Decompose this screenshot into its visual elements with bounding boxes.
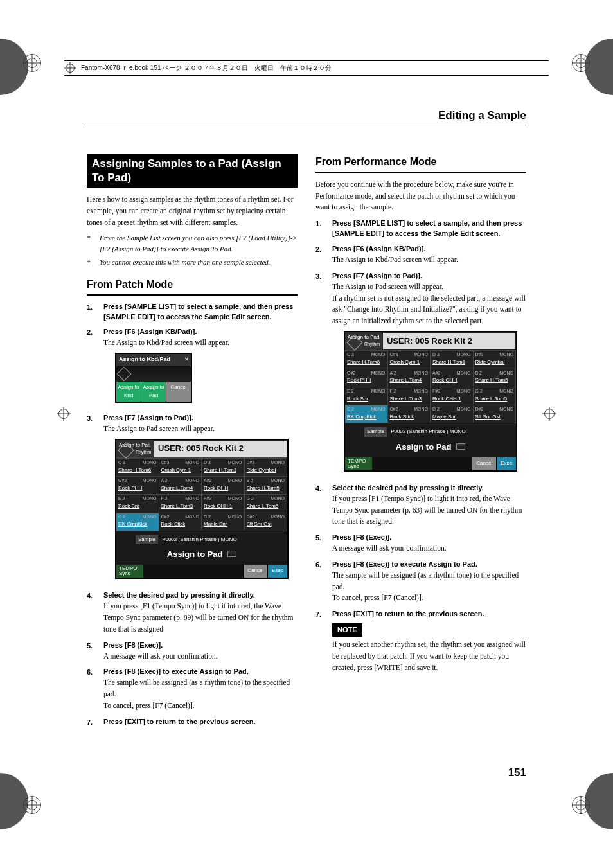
pad-cell: D#3MONO Ride Cymbal <box>474 351 517 369</box>
step-number: 4. <box>315 483 326 527</box>
step-6: 6. Press [F8 (Exec)] to execute Assign t… <box>87 667 298 711</box>
step-head: Press [F7 (Assign to Pad)]. <box>103 413 298 423</box>
nav-diamond-icon <box>117 367 132 382</box>
left-column: Assigning Samples to a Pad (Assign To Pa… <box>87 154 298 778</box>
pad-cell: B 2MONO Share H.Tom5 <box>474 369 517 387</box>
pad-cell: D 3MONO Share H.Tom1 <box>202 459 245 477</box>
step-4: 4. Select the desired pad by pressing it… <box>315 483 526 527</box>
perf-intro: Before you continue with the procedure b… <box>315 179 526 213</box>
step-number: 6. <box>87 667 97 711</box>
registration-mark-tr <box>572 54 590 72</box>
intro-paragraph: Here's how to assign samples as the rhyt… <box>87 194 298 228</box>
step-head: Press [F6 (Assign KB/Pad)]. <box>103 327 298 337</box>
page-content: Editing a Sample Assigning Samples to a … <box>87 103 526 778</box>
pad-cell: D 3MONO Share H.Tom1 <box>431 351 474 369</box>
assign-to-pad-screenshot: Assign to PadRhythm USER: 005 Rock Kit 2… <box>344 331 517 472</box>
step-2: 2. Press [F6 (Assign KB/Pad)]. The Assig… <box>315 244 526 266</box>
step-text: If a rhythm set is not assigned to the s… <box>332 293 526 327</box>
step-6: 6. Press [F8 (Exec)] to execute Assign t… <box>315 560 526 604</box>
step-number: 5. <box>315 533 326 554</box>
step-head: Press [F8 (Exec)] to execute Assign to P… <box>332 560 526 570</box>
step-number: 2. <box>315 244 326 266</box>
step-text: If you press [F1 (Tempo Sync)] to light … <box>332 493 526 527</box>
page-number: 151 <box>508 766 526 779</box>
step-text: The sample will be assigned (as a rhythm… <box>332 570 526 593</box>
step-head: Press [F7 (Assign to Pad)]. <box>332 271 526 281</box>
step-text: The Assign to Pad screen will appear. <box>103 423 298 435</box>
pad-cell: G 2MONO Share L.Tom5 <box>474 387 517 405</box>
step-text: A message will ask your confirmation. <box>103 651 298 662</box>
pad-cell: B 2MONO Share H.Tom5 <box>245 477 288 495</box>
step-7: 7. Press [EXIT] to return to the previou… <box>315 609 526 673</box>
pad-cell: F#2MONO Rock CHH 1 <box>431 387 474 405</box>
step-3: 3. Press [F7 (Assign to Pad)]. The Assig… <box>87 413 298 585</box>
pad-cell: G#2MONO Rock PHH <box>345 369 388 387</box>
perf-steps: 1. Press [SAMPLE LIST] to select a sampl… <box>315 218 526 673</box>
assign-to-pad-button: Assign to Pad <box>141 382 166 402</box>
pad-cell: C 3MONO Share H.Tom6 <box>345 351 388 369</box>
footnote-text: You cannot execute this with more than o… <box>100 257 271 268</box>
step-4: 4. Select the desired pad by pressing it… <box>87 590 298 635</box>
step-head: Press [EXIT] to return to the previous s… <box>103 717 298 727</box>
pad-cell: A#2MONO Rock OHH <box>202 477 245 495</box>
pad-cell: F#2MONO Rock CHH 1 <box>202 495 245 513</box>
cancel-button: Cancel <box>166 382 191 402</box>
step-number: 7. <box>87 717 97 728</box>
pad-cell: C#2MONO Rock Stick <box>388 405 431 423</box>
step-head: Press [F6 (Assign KB/Pad)]. <box>332 244 526 254</box>
patch-steps: 1. Press [SAMPLE LIST] to select a sampl… <box>87 302 298 728</box>
pad-cell: C 2MONO RK CmpKick <box>345 405 388 423</box>
step-head: Press [SAMPLE LIST] to select a sample, … <box>332 218 526 239</box>
book-header-text: Fantom-X678_r_e.book 151 ページ ２００７年３月２０日 … <box>81 64 332 73</box>
step-number: 2. <box>87 327 97 407</box>
step-text: The sample will be assigned (as a rhythm… <box>103 677 298 700</box>
registration-mark-br <box>572 796 590 814</box>
asterisk-icon: * <box>87 233 93 254</box>
note-badge: NOTE <box>332 623 362 637</box>
pad-cell: G#2MONO Rock PHH <box>116 477 159 495</box>
step-text: To cancel, press [F7 (Cancel)]. <box>332 592 526 604</box>
step-1: 1. Press [SAMPLE LIST] to select a sampl… <box>87 302 298 323</box>
step-head: Press [F8 (Exec)]. <box>332 533 526 543</box>
heading-patch-mode: From Patch Mode <box>87 277 298 296</box>
step-3: 3. Press [F7 (Assign to Pad)]. The Assig… <box>315 271 526 478</box>
pad-cell: A 2MONO Share L.Tom4 <box>388 369 431 387</box>
pad-cell: E 2MONO Rock Snr <box>116 495 159 513</box>
step-head: Press [F8 (Exec)]. <box>103 641 298 651</box>
assign-kbd-pad-screenshot: Assign to Kbd/Pad× Assign to Kbd Assign … <box>115 353 192 403</box>
pad-cell: G 2MONO Share L.Tom5 <box>245 495 288 513</box>
step-text: A message will ask your confirmation. <box>332 543 526 554</box>
section-title: Assigning Samples to a Pad (Assign To Pa… <box>87 154 298 188</box>
step-head: Select the desired pad by pressing it di… <box>103 590 298 601</box>
step-1: 1. Press [SAMPLE LIST] to select a sampl… <box>315 218 526 239</box>
pad-cell: C 3MONO Share H.Tom6 <box>116 459 159 477</box>
registration-mark-tl <box>23 54 41 72</box>
screenshot-title: Assign to Kbd/Pad <box>119 355 170 364</box>
pad-cell: F 2MONO Share L.Tom3 <box>388 387 431 405</box>
registration-cross-right <box>542 407 556 421</box>
step-number: 4. <box>87 590 97 635</box>
step-text: To cancel, press [F7 (Cancel)]. <box>103 700 298 712</box>
page-heading: Editing a Sample <box>87 109 526 125</box>
step-number: 3. <box>87 413 97 585</box>
asterisk-icon: * <box>87 257 93 268</box>
assign-to-pad-screenshot: Assign to PadRhythm USER: 005 Rock Kit 2… <box>115 439 289 580</box>
pad-cell: D#3MONO Ride Cymbal <box>245 459 288 477</box>
step-text: The Assign to Pad screen will appear. <box>332 281 526 293</box>
pad-cell: D#2MONO Sft Snr Gst <box>474 405 517 423</box>
registration-mark-bl <box>23 796 41 814</box>
step-number: 3. <box>315 271 326 478</box>
footnote-2: * You cannot execute this with more than… <box>87 257 298 268</box>
step-number: 6. <box>315 560 326 604</box>
step-5: 5. Press [F8 (Exec)]. A message will ask… <box>87 641 298 662</box>
pad-cell: D 2MONO Maple Snr <box>431 405 474 423</box>
step-number: 1. <box>315 218 326 239</box>
pad-cell: F 2MONO Share L.Tom3 <box>159 495 202 513</box>
note-body: If you select another rhythm set, the rh… <box>332 639 526 673</box>
pad-cell: C#3MONO Crash Cym 1 <box>388 351 431 369</box>
pad-cell: E 2MONO Rock Snr <box>345 387 388 405</box>
pad-cell: C#3MONO Crash Cym 1 <box>159 459 202 477</box>
step-head: Press [F8 (Exec)] to execute Assign to P… <box>103 667 298 677</box>
step-text: The Assign to Kbd/Pad screen will appear… <box>103 337 298 349</box>
step-2: 2. Press [F6 (Assign KB/Pad)]. The Assig… <box>87 327 298 407</box>
